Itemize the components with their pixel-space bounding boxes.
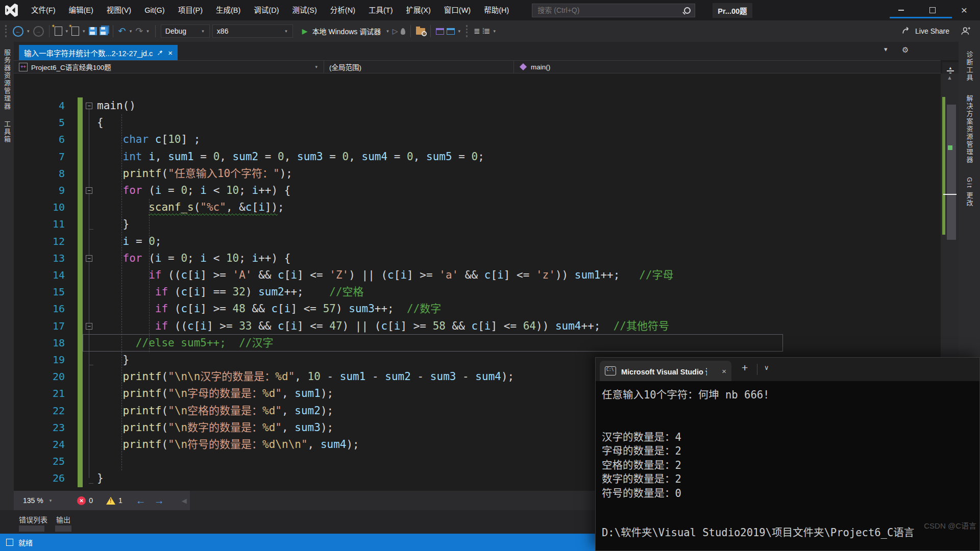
properties-window-icon[interactable] <box>447 28 455 35</box>
code-line[interactable]: if (c[i] == 32) sum2++; //空格 <box>14 284 941 300</box>
console-title-bar[interactable]: C:\ Microsoft Visual Studio 调试控制台 × + ∨ <box>596 358 979 381</box>
menu-item[interactable]: 窗口(W) <box>437 0 477 20</box>
scrollbar-mark-green <box>948 145 952 150</box>
debugger-target-label[interactable]: 本地 Windows 调试器 <box>312 26 381 36</box>
navigate-backward-icon[interactable]: ← <box>136 495 146 507</box>
menu-item[interactable]: 生成(B) <box>209 0 247 20</box>
fold-collapse-icon[interactable]: − <box>86 187 92 194</box>
tab-list-dropdown-icon[interactable]: ▾ <box>884 45 888 53</box>
start-without-debug-icon[interactable]: ▷ <box>393 27 398 35</box>
menu-item[interactable]: 测试(S) <box>286 0 324 20</box>
debug-console-window[interactable]: C:\ Microsoft Visual Studio 调试控制台 × + ∨ … <box>595 357 980 551</box>
solution-explorer-icon[interactable] <box>436 28 444 35</box>
code-line[interactable]: //else sum5++; //汉字 <box>14 335 941 352</box>
code-line[interactable]: if (c[i] >= 48 && c[i] <= 57) sum3++; //… <box>14 300 941 317</box>
error-count[interactable]: 0 <box>89 496 93 505</box>
scrollbar-thumb[interactable] <box>947 105 956 240</box>
start-debug-icon[interactable]: ▶ <box>302 27 308 35</box>
code-line[interactable]: char c[10] ; <box>14 131 941 148</box>
save-icon[interactable] <box>89 27 97 35</box>
navigate-forward-icon[interactable]: → <box>33 26 44 37</box>
comment-icon[interactable]: ⁞≣ <box>482 27 490 36</box>
scroll-up-arrow-icon[interactable]: ▲ <box>941 74 959 81</box>
panel-tab-error-list[interactable]: 错误列表 <box>19 514 47 524</box>
new-project-dropdown-icon[interactable]: ▾ <box>65 29 69 34</box>
search-input[interactable] <box>536 6 681 15</box>
console-tab-close-icon[interactable]: × <box>722 367 726 375</box>
close-button[interactable]: × <box>948 0 980 20</box>
live-share-icon[interactable] <box>902 27 911 36</box>
menu-item[interactable]: 扩展(X) <box>400 0 437 20</box>
side-tool-tab[interactable]: 解决方案资源管理器 <box>965 95 974 164</box>
side-tool-tab[interactable]: Git 更改 <box>965 177 974 207</box>
tab-close-icon[interactable]: × <box>168 48 173 57</box>
warning-icon[interactable] <box>106 497 115 505</box>
hot-reload-icon[interactable] <box>401 28 405 35</box>
menu-item[interactable]: 工具(T) <box>362 0 400 20</box>
code-line[interactable]: i = 0; <box>14 233 941 250</box>
pin-icon[interactable] <box>157 49 163 56</box>
new-project-icon[interactable] <box>55 27 62 36</box>
configuration-dropdown[interactable]: Debug▾ <box>161 24 210 38</box>
code-line[interactable]: for (i = 0; i < 10; i++) { <box>14 250 941 267</box>
side-tool-tab[interactable]: 工具箱 <box>2 120 12 143</box>
navigate-forward-icon[interactable]: → <box>154 495 164 507</box>
code-line[interactable]: for (i = 0; i < 10; i++) { <box>14 182 941 199</box>
platform-dropdown[interactable]: x86▾ <box>212 24 293 38</box>
new-console-tab-icon[interactable]: + <box>742 362 748 374</box>
undo-icon[interactable]: ↶ <box>118 27 126 36</box>
navigate-back-icon[interactable]: ← <box>13 26 23 37</box>
warning-count[interactable]: 1 <box>118 496 122 505</box>
redo-dropdown-icon[interactable]: ▾ <box>145 29 150 34</box>
fold-collapse-icon[interactable]: − <box>86 255 92 262</box>
indent-icon[interactable]: ≣ <box>474 27 480 36</box>
menu-item[interactable]: 分析(N) <box>324 0 362 20</box>
side-tool-tab[interactable]: 诊断工具 <box>965 51 974 82</box>
zoom-dropdown[interactable]: 135 %▾ <box>14 496 57 505</box>
code-line[interactable]: printf("任意输入10个字符："); <box>14 165 941 182</box>
panel-tab-output[interactable]: 输出 <box>56 514 70 524</box>
console-tab[interactable]: C:\ Microsoft Visual Studio 调试控制台 × <box>600 361 731 381</box>
menu-item[interactable]: 调试(D) <box>247 0 285 20</box>
error-icon[interactable]: ✕ <box>77 496 86 505</box>
code-line[interactable]: scanf_s("%c", &c[i]); <box>14 199 941 216</box>
scope-dropdown[interactable]: (全局范围) <box>324 61 514 73</box>
window-dropdown-icon[interactable]: ▾ <box>457 29 462 34</box>
menu-item[interactable]: 帮助(H) <box>477 0 516 20</box>
new-file-icon[interactable] <box>71 27 79 36</box>
live-share-label[interactable]: Live Share <box>915 27 949 35</box>
member-dropdown[interactable]: main() <box>514 61 941 73</box>
sign-in-user-icon[interactable] <box>961 27 971 36</box>
fold-collapse-icon[interactable]: − <box>86 323 92 330</box>
redo-icon[interactable]: ↷ <box>135 27 143 36</box>
code-line[interactable]: if ((c[i] >= 'A' && c[i] <= 'Z') || (c[i… <box>14 267 941 284</box>
menu-item[interactable]: 项目(P) <box>172 0 209 20</box>
project-dropdown[interactable]: ++ Project6_C语言经典100题▾ <box>14 61 324 73</box>
toolbar-grip[interactable] <box>5 25 8 37</box>
search-box[interactable] <box>532 4 695 17</box>
tab-settings-gear-icon[interactable]: ⚙ <box>902 45 909 55</box>
menu-item[interactable]: 文件(F) <box>24 0 62 20</box>
search-icon[interactable] <box>684 7 691 14</box>
debugger-dropdown-icon[interactable]: ▾ <box>385 29 390 34</box>
undo-dropdown-icon[interactable]: ▾ <box>129 29 133 34</box>
toolbar-grip[interactable] <box>466 25 469 37</box>
side-tool-tab[interactable]: 服务器资源管理器 <box>2 49 12 110</box>
code-line[interactable]: { <box>14 114 941 131</box>
fold-collapse-icon[interactable]: − <box>86 103 92 109</box>
menu-item[interactable]: Git(G) <box>138 0 171 20</box>
code-line[interactable]: } <box>14 216 941 233</box>
code-line[interactable]: if ((c[i] >= 33 && c[i] <= 47) || (c[i] … <box>14 318 941 335</box>
menu-item[interactable]: 编辑(E) <box>62 0 100 20</box>
hscroll-left-arrow-icon[interactable]: ◀ <box>182 497 187 505</box>
code-line[interactable]: main() <box>14 97 941 114</box>
document-tab[interactable]: 输入一串字符并统计个数...2-12-27_jd.c × <box>19 45 178 60</box>
new-file-dropdown-icon[interactable]: ▾ <box>82 29 86 34</box>
menu-item[interactable]: 视图(V) <box>100 0 138 20</box>
back-dropdown-icon[interactable]: ▾ <box>26 29 31 34</box>
more-tools-dropdown-icon[interactable]: ▾ <box>492 29 497 34</box>
save-all-icon[interactable] <box>100 27 108 35</box>
find-in-files-icon[interactable] <box>416 28 425 35</box>
console-tab-dropdown-icon[interactable]: ∨ <box>764 364 769 371</box>
code-line[interactable]: int i, sum1 = 0, sum2 = 0, sum3 = 0, sum… <box>14 148 941 165</box>
